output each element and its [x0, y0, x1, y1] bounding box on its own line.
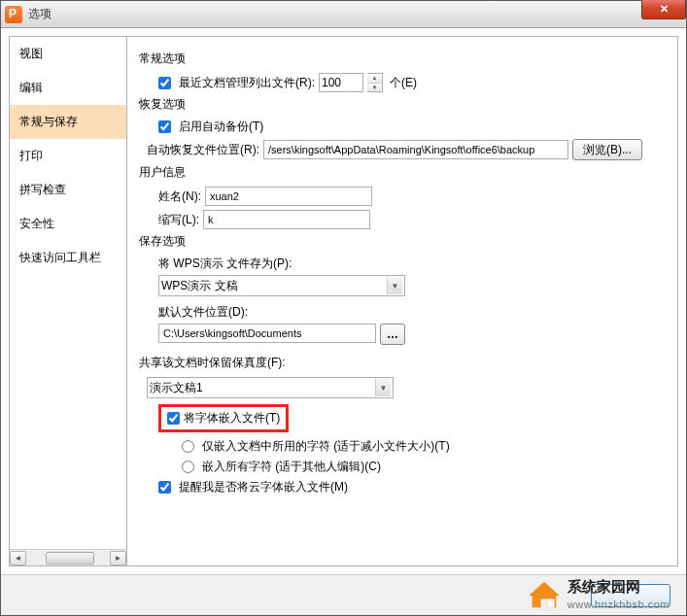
- scroll-track[interactable]: [26, 551, 110, 565]
- ok-button[interactable]: [591, 584, 670, 607]
- sidebar-item-print[interactable]: 打印: [10, 139, 126, 173]
- auto-backup-checkbox[interactable]: [158, 120, 171, 133]
- default-loc-input[interactable]: [158, 324, 376, 343]
- embed-used-label: 仅嵌入文档中所用的字符 (适于减小文件大小)(T): [202, 438, 450, 455]
- section-recovery: 恢复选项: [139, 96, 666, 113]
- recent-count-input[interactable]: [319, 73, 363, 92]
- window-title: 选项: [28, 6, 52, 22]
- sidebar-item-general-save[interactable]: 常规与保存: [10, 105, 126, 139]
- embed-all-row: 嵌入所有字符 (适于其他人编辑)(C): [182, 459, 666, 475]
- user-initials-row: 缩写(L):: [158, 210, 666, 229]
- embed-all-label: 嵌入所有字符 (适于其他人编辑)(C): [202, 459, 381, 475]
- sidebar-item-view[interactable]: 视图: [10, 37, 126, 71]
- recovery-path-input[interactable]: [263, 140, 568, 159]
- section-user: 用户信息: [139, 164, 666, 181]
- recent-count-spinner[interactable]: ▲▼: [367, 73, 383, 92]
- recent-files-checkbox[interactable]: [158, 77, 171, 89]
- sidebar-item-spellcheck[interactable]: 拼写检查: [10, 173, 126, 207]
- embed-fonts-highlight: 将字体嵌入文件(T): [158, 404, 289, 432]
- titlebar[interactable]: 选项 ✕: [1, 1, 686, 28]
- body-area: 视图 编辑 常规与保存 打印 拼写检查 安全性 快速访问工具栏 ◄ ► 常规选项…: [1, 28, 686, 574]
- dropdown-arrow-icon: ▼: [387, 277, 402, 294]
- app-icon: [5, 6, 22, 23]
- save-as-select[interactable]: WPS演示 文稿 ▼: [158, 275, 405, 296]
- sidebar: 视图 编辑 常规与保存 打印 拼写检查 安全性 快速访问工具栏 ◄ ►: [9, 36, 127, 566]
- sidebar-item-edit[interactable]: 编辑: [10, 71, 126, 105]
- user-name-row: 姓名(N):: [158, 187, 666, 206]
- user-name-input[interactable]: [205, 187, 372, 206]
- scroll-left-icon[interactable]: ◄: [10, 551, 26, 565]
- embed-fonts-label: 将字体嵌入文件(T): [184, 410, 280, 427]
- recovery-path-row: 自动恢复文件位置(R): 浏览(B)...: [147, 139, 666, 160]
- footer: [1, 574, 686, 615]
- embed-used-row: 仅嵌入文档中所用的字符 (适于减小文件大小)(T): [182, 438, 666, 455]
- embed-used-radio[interactable]: [182, 440, 194, 453]
- sidebar-scrollbar[interactable]: ◄ ►: [10, 549, 126, 565]
- recovery-path-label: 自动恢复文件位置(R):: [147, 142, 259, 158]
- share-doc-value: 演示文稿1: [150, 380, 203, 396]
- scroll-thumb[interactable]: [46, 552, 94, 565]
- spinner-up-icon[interactable]: ▲: [367, 74, 382, 84]
- browse-button[interactable]: 浏览(B)...: [572, 139, 642, 160]
- recent-files-row: 最近文档管理列出文件(R): ▲▼ 个(E): [158, 73, 666, 92]
- default-loc-row: 默认文件位置(D): …: [158, 304, 666, 345]
- content-panel: 常规选项 最近文档管理列出文件(R): ▲▼ 个(E) 恢复选项 启用自动备份(…: [127, 36, 678, 566]
- scroll-right-icon[interactable]: ►: [110, 551, 126, 565]
- options-window: 选项 ✕ 视图 编辑 常规与保存 打印 拼写检查 安全性 快速访问工具栏 ◄ ►: [0, 0, 687, 616]
- save-as-label: 将 WPS演示 文件存为(P):: [158, 256, 292, 272]
- share-doc-select[interactable]: 演示文稿1 ▼: [147, 377, 394, 398]
- default-loc-label: 默认文件位置(D):: [158, 304, 248, 321]
- section-save: 保存选项: [139, 233, 666, 250]
- recent-files-label: 最近文档管理列出文件(R):: [179, 75, 315, 91]
- spinner-down-icon[interactable]: ▼: [367, 84, 382, 92]
- user-initials-label: 缩写(L):: [158, 212, 199, 228]
- save-as-value: WPS演示 文稿: [161, 278, 238, 294]
- sidebar-item-security[interactable]: 安全性: [10, 207, 126, 241]
- user-initials-input[interactable]: [203, 210, 370, 229]
- auto-backup-label: 启用自动备份(T): [179, 119, 263, 135]
- remind-cloud-label: 提醒我是否将云字体嵌入文件(M): [179, 479, 348, 496]
- sidebar-item-quick-access[interactable]: 快速访问工具栏: [10, 241, 126, 275]
- share-doc-row: 演示文稿1 ▼: [147, 377, 666, 398]
- embed-fonts-checkbox[interactable]: [167, 412, 180, 425]
- section-share: 共享该文档时保留保真度(F):: [139, 355, 666, 371]
- recent-unit-label: 个(E): [390, 75, 417, 91]
- user-name-label: 姓名(N):: [158, 188, 201, 205]
- save-as-row: 将 WPS演示 文件存为(P): WPS演示 文稿 ▼: [158, 256, 666, 296]
- dropdown-arrow-icon: ▼: [375, 379, 391, 396]
- embed-all-radio[interactable]: [182, 461, 194, 473]
- close-icon: ✕: [660, 3, 669, 16]
- default-loc-browse-button[interactable]: …: [380, 324, 405, 345]
- remind-cloud-checkbox[interactable]: [158, 481, 171, 494]
- remind-cloud-row: 提醒我是否将云字体嵌入文件(M): [158, 479, 666, 496]
- section-general: 常规选项: [139, 51, 666, 67]
- auto-backup-row: 启用自动备份(T): [158, 119, 666, 135]
- sidebar-list: 视图 编辑 常规与保存 打印 拼写检查 安全性 快速访问工具栏: [10, 37, 126, 549]
- close-button[interactable]: ✕: [641, 0, 686, 19]
